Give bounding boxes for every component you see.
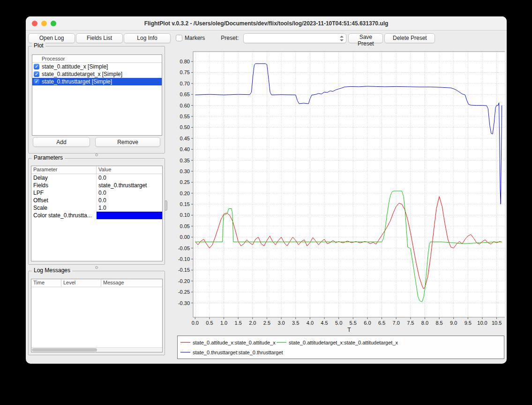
processor-column-header[interactable]: Processor [32, 55, 162, 63]
svg-text:0.40: 0.40 [180, 146, 190, 152]
parameters-table: Parameter Value Delay 0.0 Fields state_0… [31, 166, 163, 261]
add-button[interactable]: Add [33, 137, 90, 147]
param-name: Offset [31, 197, 97, 204]
svg-text:9.0: 9.0 [450, 320, 457, 326]
svg-text:0.45: 0.45 [180, 136, 190, 141]
remove-button[interactable]: Remove [95, 137, 160, 147]
parameters-panel-title: Parameters [32, 154, 65, 161]
log-info-button[interactable]: Log Info [124, 33, 171, 43]
log-messages-panel: Log Messages Time Level Message [28, 271, 165, 355]
parameters-panel: Parameters Parameter Value Delay 0.0 Fie… [28, 158, 165, 265]
plot-list-item-selected[interactable]: state_0.thrusttarget [Simple] [32, 78, 162, 85]
svg-text:0.50: 0.50 [180, 124, 190, 130]
param-value: 0.0 [97, 189, 162, 197]
processor-list: Processor state_0.attitude_x [Simple] st… [32, 54, 162, 136]
minimize-window-button[interactable] [41, 21, 47, 26]
svg-text:7.5: 7.5 [407, 320, 414, 326]
table-row[interactable]: Color state_0.thrustta... [31, 212, 162, 219]
titlebar: FlightPlot v.0.3.2 - /Users/oleg/Documen… [26, 16, 507, 31]
svg-text:0.30: 0.30 [180, 168, 190, 174]
parameters-table-header: Parameter Value [31, 166, 162, 174]
left-panel: Plot Processor state_0.attitude_x [Simpl… [28, 45, 165, 355]
save-preset-button[interactable]: Save Preset [348, 33, 383, 43]
svg-text:10.0: 10.0 [477, 320, 487, 326]
param-name: Scale [31, 204, 97, 212]
splitter-grip[interactable] [95, 266, 98, 269]
svg-text:0.65: 0.65 [180, 92, 190, 97]
zoom-window-button[interactable] [51, 21, 56, 26]
checkbox-checked-icon[interactable] [34, 79, 39, 84]
plot-item-label: state_0.attitudetarget_x [Simple] [42, 71, 122, 77]
legend-entry-attitude: state_0.attitude_x:state_0.attitude_x [180, 340, 277, 345]
color-swatch[interactable] [97, 212, 162, 219]
svg-text:0.10: 0.10 [180, 212, 190, 218]
svg-text:-0.10: -0.10 [178, 256, 190, 262]
preset-combobox[interactable] [243, 33, 346, 43]
svg-text:9.5: 9.5 [465, 320, 472, 326]
svg-text:0.35: 0.35 [180, 158, 190, 163]
plot-list-item[interactable]: state_0.attitude_x [Simple] [32, 63, 162, 70]
legend-label: state_0.attitude_x:state_0.attitude_x [193, 340, 276, 345]
svg-text:0.25: 0.25 [180, 179, 190, 185]
plot-list-item[interactable]: state_0.attitudetarget_x [Simple] [32, 70, 162, 78]
plot-panel: Plot Processor state_0.attitude_x [Simpl… [28, 46, 165, 153]
table-row[interactable]: LPF 0.0 [31, 189, 162, 197]
checkbox-checked-icon[interactable] [34, 71, 39, 77]
svg-text:0.60: 0.60 [180, 103, 190, 108]
time-column-header[interactable]: Time [31, 279, 61, 287]
combobox-arrows-icon [339, 35, 344, 42]
markers-label: Markers [185, 35, 205, 41]
horizontal-scrollbar[interactable] [31, 347, 162, 352]
plot-item-label: state_0.attitude_x [Simple] [42, 63, 108, 70]
log-messages-table: Time Level Message [31, 279, 163, 352]
svg-text:2.0: 2.0 [249, 320, 256, 326]
scrollbar-thumb[interactable] [32, 348, 97, 352]
legend-entry-thrusttarget: state_0.thrusttarget:state_0.thrusttarge… [180, 350, 283, 355]
svg-text:0.80: 0.80 [180, 59, 190, 64]
svg-text:-0.15: -0.15 [178, 267, 190, 273]
svg-text:0.75: 0.75 [180, 69, 190, 75]
checkbox-checked-icon[interactable] [34, 64, 39, 69]
svg-text:8.0: 8.0 [421, 320, 428, 326]
table-row[interactable]: Delay 0.0 [31, 174, 162, 182]
svg-text:3.0: 3.0 [277, 320, 285, 326]
table-row[interactable]: Scale 1.0 [31, 204, 162, 212]
svg-text:2.5: 2.5 [263, 320, 270, 326]
plot-buttons-row: Add Remove [29, 137, 165, 147]
param-name: Delay [31, 174, 97, 182]
log-messages-panel-title: Log Messages [32, 267, 72, 274]
svg-text:0.0: 0.0 [192, 320, 199, 326]
close-window-button[interactable] [32, 21, 37, 26]
chart-legend: state_0.attitude_x:state_0.attitude_x st… [177, 336, 504, 359]
red-line-icon [180, 342, 190, 343]
svg-text:6.0: 6.0 [364, 320, 371, 326]
traffic-lights [32, 21, 56, 26]
legend-label: state_0.attitudetarget_x:state_0.attitud… [289, 340, 398, 345]
splitter-grip[interactable] [95, 153, 98, 156]
plot-panel-title: Plot [32, 42, 45, 49]
markers-checkbox[interactable] [176, 35, 182, 41]
legend-label: state_0.thrusttarget:state_0.thrusttarge… [193, 350, 283, 355]
chart-panel: 0.00.51.01.52.02.53.03.54.04.55.05.56.06… [168, 45, 505, 362]
param-name: Fields [31, 182, 97, 189]
open-log-button[interactable]: Open Log [28, 33, 75, 43]
table-row[interactable]: Fields state_0.thrusttarget [31, 182, 162, 189]
parameter-column-header[interactable]: Parameter [31, 166, 97, 174]
vertical-splitter-grip[interactable] [165, 200, 167, 211]
svg-text:10.5: 10.5 [492, 320, 502, 326]
svg-text:0.15: 0.15 [180, 201, 190, 207]
svg-text:-0.25: -0.25 [178, 289, 190, 295]
svg-text:1.0: 1.0 [220, 320, 227, 326]
param-value: 0.0 [97, 174, 162, 182]
value-column-header[interactable]: Value [97, 166, 162, 174]
delete-preset-button[interactable]: Delete Preset [384, 33, 435, 43]
fields-list-button[interactable]: Fields List [76, 33, 123, 43]
flight-plot-chart[interactable]: 0.00.51.01.52.02.53.03.54.04.55.05.56.06… [168, 45, 505, 335]
log-table-header: Time Level Message [31, 279, 162, 287]
svg-text:5.5: 5.5 [350, 320, 357, 326]
table-row[interactable]: Offset 0.0 [31, 197, 162, 204]
svg-text:4.0: 4.0 [307, 320, 314, 326]
level-column-header[interactable]: Level [61, 279, 101, 287]
svg-text:7.0: 7.0 [393, 320, 400, 326]
message-column-header[interactable]: Message [101, 279, 162, 287]
